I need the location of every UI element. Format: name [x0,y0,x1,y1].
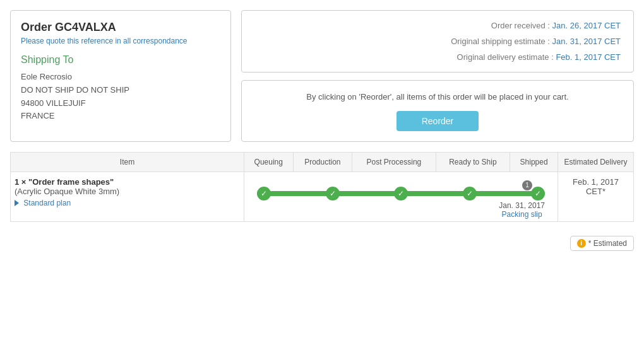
order-id: Order GC4VALXA [21,21,220,34]
item-material: (Acrylic Opaque White 3mm) [15,187,240,196]
col-production: Production [293,152,352,172]
reorder-note: By clicking on 'Reorder', all items of t… [254,91,621,103]
dot-shipped: ✓ [531,187,545,201]
shipping-estimate-row: Original shipping estimate : Jan. 31, 20… [254,37,621,46]
address-line3: FRANCE [21,110,220,123]
table-header-row: Item Queuing Production Post Processing … [11,152,634,172]
item-quantity: 1 [15,177,19,187]
dot-ready-to-ship: ✓ [463,187,477,201]
col-shipped: Shipped [510,152,558,172]
order-ref-note: Please quote this reference in all corre… [21,37,220,45]
triangle-icon [15,200,19,206]
address-line2: 94800 VILLEJUIF [21,97,220,110]
item-plan: Standard plan [15,199,240,207]
order-received-row: Order received : Jan. 26, 2017 CET [254,21,621,30]
reorder-button[interactable]: Reorder [397,111,479,131]
dates-box: Order received : Jan. 26, 2017 CET Origi… [241,10,634,73]
shipping-heading: Shipping To [21,54,220,66]
col-item: Item [11,152,244,172]
delivery-cell: Feb. 1, 2017 CET* [558,172,634,221]
delivery-estimate-row: Original delivery estimate : Feb. 1, 201… [254,52,621,62]
order-table: Item Queuing Production Post Processing … [10,152,634,222]
reorder-box: By clicking on 'Reorder', all items of t… [241,80,634,142]
col-estimated-delivery: Estimated Delivery [558,152,634,172]
order-info-box: Order GC4VALXA Please quote this referen… [10,10,231,142]
estimated-badge: i * Estimated [570,236,634,251]
col-post-processing: Post Processing [352,152,436,172]
address-line1: DO NOT SHIP DO NOT SHIP [21,84,220,97]
footer-note: i * Estimated [0,232,644,255]
dot-post-processing: ✓ [394,187,408,201]
shipped-badge: 1 [522,180,532,190]
dot-queuing: ✓ [257,187,271,201]
shipped-date: Jan. 31, 2017 [499,201,545,210]
item-cell: 1 × "Order frame shapes" (Acrylic Opaque… [11,172,244,221]
item-quantity-name: 1 × "Order frame shapes" [15,177,240,187]
info-icon: i [577,239,586,248]
item-name: "Order frame shapes" [28,177,114,187]
ref-link[interactable]: all correspondance [123,37,187,45]
address-name: Eole Recrosio [21,71,220,84]
shipping-address: Eole Recrosio DO NOT SHIP DO NOT SHIP 94… [21,71,220,123]
bottom-section: Item Queuing Production Post Processing … [0,152,644,232]
packing-slip-link[interactable]: Packing slip [499,210,545,219]
col-queuing: Queuing [244,152,294,172]
estimated-label: * Estimated [588,239,627,248]
dot-production: ✓ [326,187,340,201]
col-ready-to-ship: Ready to Ship [436,152,510,172]
right-panel: Order received : Jan. 26, 2017 CET Origi… [241,10,634,142]
table-row: 1 × "Order frame shapes" (Acrylic Opaque… [11,172,634,221]
